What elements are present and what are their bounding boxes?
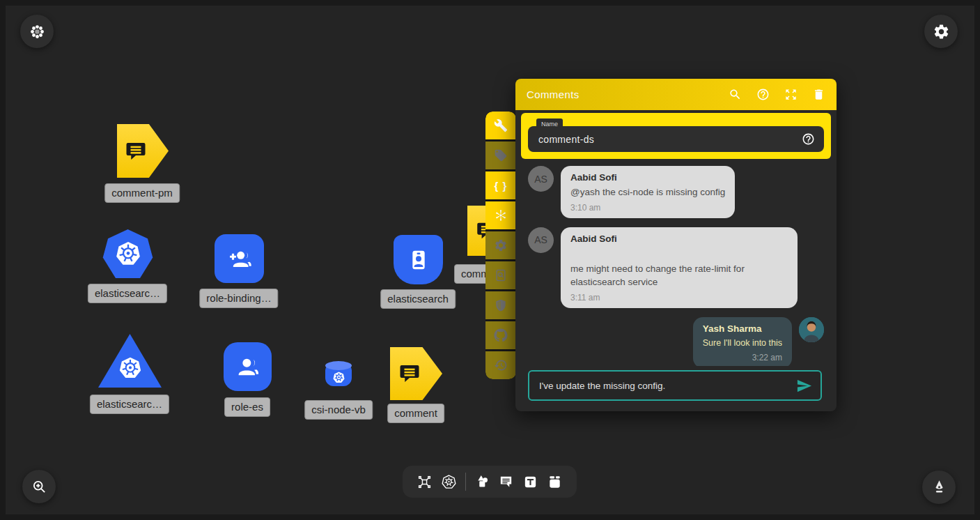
github-button[interactable]	[485, 321, 516, 349]
comment-icon	[498, 474, 514, 490]
node-elasticsearch-arch[interactable]	[394, 235, 443, 284]
doc-search-icon	[494, 268, 508, 282]
comment-tool-button[interactable]	[498, 474, 514, 490]
text-tool-button[interactable]	[522, 474, 538, 490]
avatar: AS	[528, 227, 554, 253]
message: AS Aabid Sofi @yash the csi-node is miss…	[528, 166, 824, 218]
comment-composer	[528, 370, 822, 401]
message-author: Yash Sharma	[703, 323, 782, 335]
node-label: comment	[387, 404, 444, 423]
wrench-tools-button[interactable]	[485, 112, 516, 139]
node-comment[interactable]	[390, 347, 442, 400]
comments-panel-header[interactable]: Comments	[515, 79, 837, 110]
graph-mode-button[interactable]	[417, 474, 433, 490]
gear-icon	[494, 238, 508, 252]
tag-icon	[494, 148, 508, 162]
history-icon	[494, 358, 508, 372]
message-author: Aabid Sofi	[570, 234, 788, 245]
message-time: 3:11 am	[570, 293, 788, 303]
shapes-icon	[474, 474, 490, 490]
message-list[interactable]: AS Aabid Sofi @yash the csi-node is miss…	[515, 163, 837, 366]
node-label: comment-ds	[454, 264, 489, 284]
badge-icon	[405, 246, 433, 274]
shield-button[interactable]	[485, 291, 516, 319]
message-time: 3:10 am	[570, 204, 725, 213]
help-button[interactable]	[756, 88, 770, 101]
zoom-button[interactable]	[22, 470, 56, 503]
search-button[interactable]	[729, 88, 742, 101]
send-button[interactable]	[796, 378, 812, 394]
send-icon	[796, 378, 812, 394]
add-user-icon	[226, 245, 254, 273]
delete-button[interactable]	[812, 88, 825, 101]
node-role-es[interactable]	[224, 342, 272, 391]
node-label: csi-node-vb	[304, 400, 373, 420]
graph-icon	[417, 474, 433, 490]
message-bubble: Aabid Sofi me might need to change the r…	[561, 227, 798, 308]
kubernetes-view-button[interactable]	[441, 474, 457, 490]
node-label: elasticsearc…	[88, 284, 167, 303]
tag-button[interactable]	[485, 142, 516, 169]
comments-panel: Comments Name	[515, 79, 837, 411]
app-menu-button[interactable]	[20, 15, 54, 48]
message-text: @yash the csi-node is missing config	[570, 186, 725, 199]
node-action-toolbar: { }	[485, 112, 516, 379]
avatar-photo	[799, 317, 824, 342]
comment-input[interactable]	[538, 380, 796, 392]
kubernetes-icon	[114, 240, 142, 268]
hub-button[interactable]	[485, 201, 516, 229]
text-icon	[522, 474, 538, 490]
trash-icon	[812, 88, 825, 101]
node-elasticsearch-hept[interactable]	[102, 229, 153, 278]
history-button[interactable]	[485, 351, 516, 379]
node-role-binding[interactable]	[215, 234, 264, 283]
message-author: Aabid Sofi	[570, 172, 725, 184]
name-input[interactable]	[537, 133, 802, 146]
name-section: Name	[521, 113, 831, 159]
expand-icon	[784, 88, 798, 101]
node-comment-pm[interactable]	[117, 124, 169, 178]
kubernetes-icon	[332, 371, 345, 384]
users-icon	[234, 353, 262, 381]
node-label: role-binding…	[199, 289, 278, 308]
help-icon	[756, 88, 770, 101]
message-bubble: Aabid Sofi @yash the csi-node is missing…	[561, 166, 735, 218]
flower-icon	[29, 23, 46, 40]
person-photo-icon	[799, 317, 824, 342]
node-label: elasticsearch	[380, 289, 456, 309]
braces-button[interactable]: { }	[485, 171, 516, 199]
expand-button[interactable]	[784, 88, 798, 101]
zoom-in-icon	[31, 478, 48, 496]
media-icon	[547, 474, 563, 490]
node-label: role-es	[224, 397, 270, 417]
github-icon	[494, 328, 508, 342]
kubernetes-icon	[118, 355, 143, 381]
bottom-dock	[403, 466, 577, 498]
gear-icon	[933, 23, 950, 40]
media-tool-button[interactable]	[547, 474, 563, 490]
shapes-button[interactable]	[474, 474, 490, 490]
panel-actions	[729, 88, 825, 101]
node-settings-button[interactable]	[485, 231, 516, 259]
kubernetes-icon	[441, 474, 457, 490]
wrench-icon	[494, 118, 508, 132]
pen-tool-button[interactable]	[922, 471, 956, 504]
doc-search-button[interactable]	[485, 261, 516, 289]
panel-title: Comments	[527, 89, 580, 100]
pen-nib-icon	[931, 479, 948, 496]
search-icon	[729, 88, 742, 101]
settings-button[interactable]	[924, 15, 958, 48]
node-elasticsearch-tri[interactable]	[98, 334, 162, 388]
message: Yash Sharma Sure I'll look into this 3:2…	[528, 317, 824, 366]
braces-icon: { }	[495, 180, 508, 192]
node-csi-node-vb[interactable]	[325, 365, 352, 386]
design-canvas[interactable]: comment-pm elasticsearc… role-binding	[0, 0, 980, 520]
dock-divider	[465, 473, 466, 491]
comment-icon	[123, 139, 148, 164]
name-input-wrap	[528, 126, 824, 152]
message-text: me might need to change the rate-limit f…	[570, 263, 788, 289]
hub-icon	[494, 208, 508, 222]
help-icon[interactable]	[802, 132, 815, 146]
comment-icon	[397, 361, 422, 386]
message-bubble: Yash Sharma Sure I'll look into this 3:2…	[693, 317, 792, 366]
